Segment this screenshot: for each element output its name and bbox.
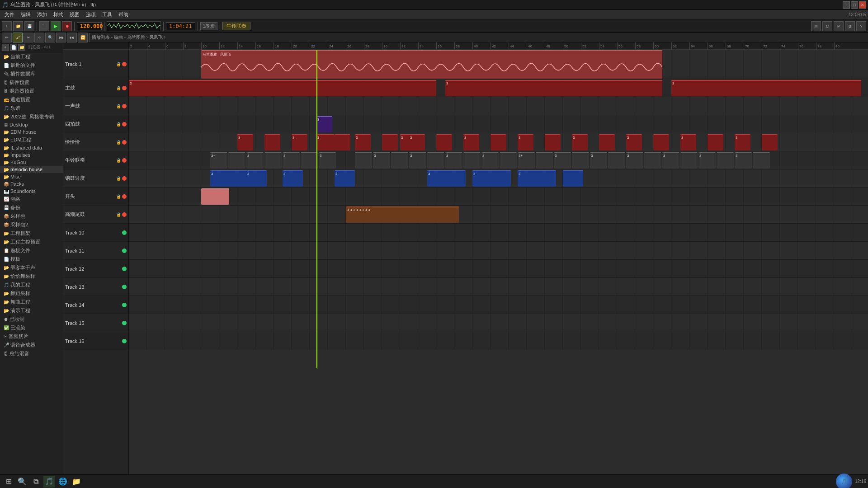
sidebar-item-21[interactable]: 📦采样包2 [0,221,63,229]
pattern-block-5-9[interactable] [436,134,452,150]
pattern-block-6-25[interactable] [680,152,698,169]
sidebar-item-15[interactable]: 📂Misc [0,173,63,180]
sidebar-item-20[interactable]: 📦采样包 [0,212,63,221]
track-row-15[interactable] [129,314,868,332]
pattern-block-6-27[interactable] [717,152,734,169]
pattern-block-6-6[interactable]: 3 [319,152,336,169]
pattern-block-7-6[interactable] [445,170,466,187]
sidebar-item-7[interactable]: 📂2022整_风格歌专辑 [0,113,63,121]
track-row-5[interactable]: 333333333333 [129,133,868,151]
pattern-block-5-14[interactable]: 3 [572,134,588,150]
track-row-8[interactable] [129,188,868,206]
bpm-display[interactable]: 120.000 [77,22,102,30]
track-row-2[interactable]: 333 [129,79,868,97]
fl-studio-taskbar[interactable]: 🎵 [43,476,55,488]
active-dot-15[interactable] [122,321,127,325]
sidebar-item-0[interactable]: 📂当前工程 [0,52,63,61]
track-row-11[interactable] [129,242,868,260]
maximize-button[interactable]: □ [851,1,858,9]
select-tool[interactable]: ⊹ [34,33,44,42]
pattern-block-6-28[interactable]: 3 [735,152,752,169]
pattern-block-7-0[interactable]: 3 [210,170,231,187]
pattern-block-7-9[interactable]: 3 [518,170,538,187]
sidebar-item-33[interactable]: ✅已渲染 [0,324,63,332]
pattern-block-5-20[interactable]: 3 [735,134,750,150]
pattern-block-6-20[interactable]: 3 [590,152,607,169]
sidebar-item-27[interactable]: 📂恰恰舞采样 [0,272,63,281]
menu-edit[interactable]: 编辑 [18,10,33,19]
pattern-block-6-26[interactable]: 3 [698,152,716,169]
pattern-block-2-3[interactable]: 3 [671,80,861,96]
sidebar-item-2[interactable]: 🔌插件数据库 [0,70,63,78]
sidebar-item-9[interactable]: 📂EDM house [0,128,63,136]
sidebar-item-34[interactable]: ✂音频切片 [0,332,63,341]
pattern-block-5-7[interactable] [335,134,350,150]
sidebar-item-18[interactable]: 📈包络 [0,195,63,203]
track-row-1[interactable]: 乌兰图雅 - 风凰飞 [129,50,868,79]
sidebar-item-14[interactable]: 📂melodic house [0,166,63,173]
sidebar-item-12[interactable]: 📂Impulses [0,151,63,159]
sidebar-item-36[interactable]: 🎛总结混音 [0,349,63,358]
pattern-block-6-8[interactable]: 3 [373,152,390,169]
audio-block-1[interactable]: 乌兰图雅 - 风凰飞 [201,50,662,79]
snap-display[interactable]: 1/6 步 [200,22,218,30]
pattern-block-2-2[interactable]: 3 [445,80,662,96]
pattern-block-6-11[interactable] [427,152,444,169]
pattern-block-6-7[interactable] [355,152,372,169]
pattern-block-6-3[interactable] [264,152,282,169]
pattern-block-6-23[interactable] [644,152,661,169]
active-dot-10[interactable] [122,230,127,235]
mute-dot-4[interactable] [122,122,127,127]
active-dot-12[interactable] [122,267,127,271]
mute-dot-6[interactable] [122,158,127,163]
pattern-block-5-18[interactable]: 3 [680,134,696,150]
start-icon[interactable]: ⊞ [3,476,14,488]
sidebar-item-8[interactable]: 🖥Desktop [0,121,63,128]
pattern-block-6-10[interactable]: 3 [409,152,426,169]
mute-dot-3[interactable] [122,104,127,108]
pattern-block-6-1[interactable] [228,152,245,169]
sidebar-item-3[interactable]: 🎛插件预置 [0,78,63,87]
mute-dot-8[interactable] [122,194,127,199]
play-btn[interactable]: ▶ [51,21,61,31]
pattern-block-5-10[interactable]: 3 [463,134,479,150]
mute-dot-9[interactable] [122,212,127,217]
active-dot-16[interactable] [122,339,127,343]
menu-view[interactable]: 视图 [67,10,82,19]
pattern-block-6-19[interactable] [572,152,589,169]
prev-btn[interactable]: ⏮ [56,33,66,42]
pattern-block-6-4[interactable]: 3 [283,152,300,169]
pattern-block-8-0[interactable] [201,188,229,205]
task-view-icon[interactable]: ⧉ [30,476,42,488]
plugin-picker-btn[interactable]: ? [856,21,866,31]
sidebar-item-16[interactable]: 📦Packs [0,180,63,188]
search-taskbar-icon[interactable]: 🔍 [16,476,28,488]
pattern-block-5-2[interactable]: 3 [292,134,307,150]
active-dot-13[interactable] [122,285,127,289]
pattern-block-6-0[interactable]: 3+ [210,152,227,169]
sidebar-item-23[interactable]: 📂工程主控预置 [0,238,63,246]
active-dot-11[interactable] [122,249,127,253]
track-row-6[interactable]: 3+33333333+333333 [129,151,868,169]
pattern-block-5-16[interactable]: 3 [626,134,642,150]
pattern-block-7-1[interactable] [228,170,249,187]
pattern-block-6-15[interactable] [500,152,517,169]
piano-roll-btn[interactable]: P [834,21,844,31]
pattern-block-2-1[interactable] [328,80,436,96]
sidebar-file-btn[interactable]: 📄 [10,44,17,51]
active-dot-14[interactable] [122,303,127,307]
sidebar-item-19[interactable]: 💾备份 [0,203,63,212]
browser-btn[interactable]: B [845,21,855,31]
track-row-16[interactable] [129,332,868,350]
mute-dot-7[interactable] [122,176,127,181]
pattern-block-7-3[interactable]: 3 [283,170,303,187]
sidebar-item-5[interactable]: 📻通道预置 [0,95,63,104]
chrome-taskbar[interactable]: 🌐 [57,476,69,488]
zoom-tool[interactable]: 🔍 [45,33,55,42]
sidebar-item-35[interactable]: 🎤语音合成器 [0,341,63,349]
mute-dot-5[interactable] [122,140,127,145]
sidebar-item-6[interactable]: 🎵乐谱 [0,104,63,113]
pattern-block-6-17[interactable] [536,152,553,169]
pattern-block-6-22[interactable]: 3 [626,152,643,169]
pattern-block-4-0[interactable]: 3 [316,116,332,132]
